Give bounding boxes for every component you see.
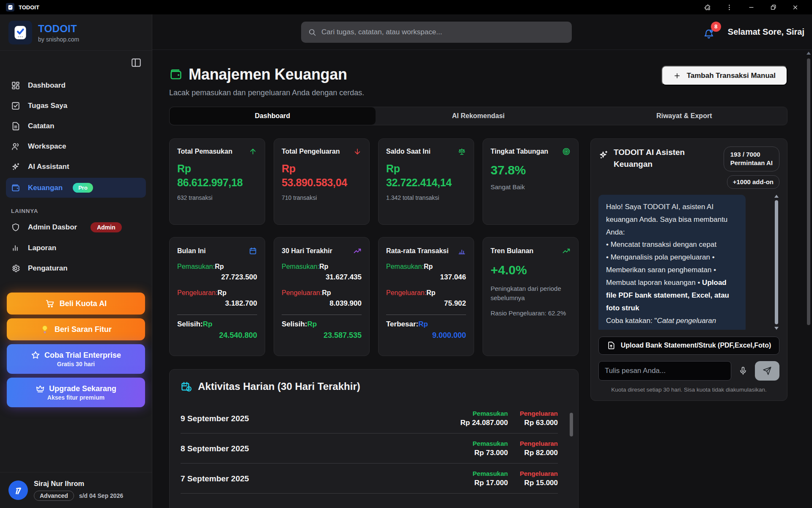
brand-logo-icon: [8, 21, 32, 44]
income-value: 27.723.500: [177, 273, 257, 282]
restore-button[interactable]: [762, 0, 784, 14]
ai-chat-area[interactable]: Halo! Saya TODOIT AI, asisten AI keuanga…: [598, 195, 779, 330]
expense-value: 75.902: [386, 299, 466, 308]
trend-description: Peningkatan dari periode sebelumnya: [491, 284, 571, 303]
users-icon: [11, 142, 20, 151]
sidebar-item-admin-dasbor[interactable]: Admin Dasbor Admin: [0, 217, 152, 238]
sidebar-section-label: LAINNYA: [11, 208, 141, 214]
trending-up-icon: [353, 247, 362, 255]
trending-up-icon: [562, 247, 571, 255]
calendar-clock-icon: [181, 381, 192, 392]
upload-statement-button[interactable]: Upload Bank Statement/Struk (PDF,Excel,F…: [598, 337, 779, 355]
activity-row[interactable]: 7 September 2025 Pemasukan Rp 17.000 Pen…: [181, 464, 558, 494]
upgrade-button[interactable]: Upgrade Sekarang Akses fitur premium: [7, 378, 145, 407]
stat-card-total-pengeluaran: Total Pengeluaran Rp 53.890.583,04 710 t…: [274, 138, 370, 225]
page-title: Manajemen Keuangan: [189, 66, 347, 83]
total-label: Terbesar:: [386, 320, 418, 328]
page-scrollbar[interactable]: [807, 52, 811, 505]
trial-enterprise-button[interactable]: Coba Trial Enterprise Gratis 30 hari: [7, 344, 145, 374]
user-profile[interactable]: Siraj Nur Ihrom Advanced s/d 04 Sep 2026: [0, 472, 152, 508]
extensions-icon[interactable]: [696, 0, 718, 14]
gear-icon: [11, 264, 20, 273]
sidebar-item-label: Workspace: [28, 142, 66, 151]
notifications-bell-icon[interactable]: 8: [703, 25, 718, 39]
greeting-text: Selamat Sore, Siraj: [728, 27, 804, 37]
search-input[interactable]: [321, 28, 565, 36]
income-value: 137.046: [386, 273, 466, 282]
plan-valid-until: s/d 04 Sep 2026: [79, 492, 123, 499]
sidebar-item-ai-assistant[interactable]: AI Assistant: [0, 157, 152, 177]
sidebar-collapse-icon[interactable]: [130, 57, 143, 69]
microphone-icon: [738, 366, 748, 375]
income-label: Pemasukan:: [386, 263, 424, 270]
mic-button[interactable]: [735, 363, 751, 378]
file-upload-icon: [607, 341, 615, 350]
avatar: [8, 480, 28, 500]
sidebar-item-workspace[interactable]: Workspace: [0, 136, 152, 157]
page-content: Manajemen Keuangan Lacak pemasukan dan p…: [152, 50, 812, 508]
window-title: TODOIT: [19, 4, 39, 11]
send-button[interactable]: [755, 361, 779, 381]
period-title: 30 Hari Terakhir: [282, 247, 332, 255]
stat-title: Saldo Saat Ini: [386, 148, 431, 155]
activity-date: 8 September 2025: [181, 444, 249, 453]
search-icon: [308, 28, 316, 36]
sidebar-item-catatan[interactable]: Catatan: [0, 116, 152, 136]
trend-ratio: Rasio Pengeluaran: 62.2%: [491, 309, 571, 318]
chat-scrollbar[interactable]: [774, 195, 779, 330]
stat-title: Total Pengeluaran: [282, 148, 340, 155]
send-icon: [763, 366, 772, 375]
trend-title: Tren Bulanan: [491, 247, 533, 255]
brand: TODOIT by snishop.com: [0, 14, 152, 51]
plus-icon: [673, 72, 681, 80]
arrow-up-icon: [249, 147, 257, 156]
stat-subtext: 710 transaksi: [282, 194, 362, 201]
sidebar-item-pengaturan[interactable]: Pengaturan: [0, 258, 152, 279]
buy-ai-quota-button[interactable]: Beli Kuota AI: [7, 293, 145, 315]
income-label: Pemasukan: [473, 470, 508, 477]
scale-icon: [458, 147, 466, 156]
dashboard-grid-icon: [11, 81, 20, 90]
suggest-feature-button[interactable]: Beri Saran Fitur: [7, 318, 145, 340]
note-document-icon: [11, 121, 20, 131]
sparkles-icon: [598, 150, 609, 160]
tab-riwayat-export[interactable]: Riwayat & Export: [581, 107, 787, 125]
ai-message-input[interactable]: [598, 361, 731, 381]
tab-ai-rekomendasi[interactable]: AI Rekomendasi: [376, 107, 582, 125]
app-icon: [6, 3, 14, 11]
ai-assistant-panel: TODOIT AI Asisten Keuangan 193 / 7000 Pe…: [590, 138, 787, 401]
sidebar-item-label: Pengaturan: [28, 264, 68, 273]
browser-menu-icon[interactable]: [718, 0, 740, 14]
add-transaction-button[interactable]: Tambah Transaksi Manual: [661, 66, 787, 86]
ai-quota-badge: 193 / 7000 Permintaan AI: [724, 146, 779, 171]
add-transaction-label: Tambah Transaksi Manual: [687, 72, 776, 80]
task-check-icon: [11, 101, 20, 110]
close-button[interactable]: [784, 0, 806, 14]
global-search[interactable]: [301, 22, 572, 43]
activity-list[interactable]: 9 September 2025 Pemasukan Rp 24.087.000…: [170, 403, 578, 494]
activity-scrollbar[interactable]: [570, 413, 573, 436]
sidebar-item-tugas-saya[interactable]: Tugas Saya: [0, 96, 152, 116]
activity-row[interactable]: 9 September 2025 Pemasukan Rp 24.087.000…: [181, 403, 558, 433]
minimize-button[interactable]: [740, 0, 762, 14]
stat-title: Total Pemasukan: [177, 148, 232, 155]
stat-card-total-pemasukan: Total Pemasukan Rp 86.612.997,18 632 tra…: [169, 138, 265, 225]
sidebar-item-laporan[interactable]: Laporan: [0, 238, 152, 258]
period-title: Bulan Ini: [177, 247, 206, 255]
tab-dashboard[interactable]: Dashboard: [170, 107, 376, 125]
activity-row[interactable]: 8 September 2025 Pemasukan Rp 73.000 Pen…: [181, 433, 558, 464]
main-header: 8 Selamat Sore, Siraj: [152, 14, 812, 50]
upgrade-title: Upgrade Sekarang: [49, 384, 116, 393]
view-tabs: Dashboard AI Rekomendasi Riwayat & Expor…: [169, 107, 787, 125]
target-icon: [562, 147, 571, 156]
sidebar-item-keuangan[interactable]: Keuangan Pro: [6, 178, 146, 198]
total-value: 24.540.800: [177, 331, 257, 340]
main-area: 8 Selamat Sore, Siraj Manajemen Keuangan…: [152, 14, 812, 508]
trend-value: +4.0%: [491, 263, 571, 277]
expense-label: Pengeluaran:: [386, 289, 426, 296]
expense-value: Rp 82.000: [520, 449, 558, 457]
plan-badge: Advanced: [34, 491, 74, 501]
stat-subtext: 1.342 total transaksi: [386, 194, 466, 201]
sidebar-item-dashboard[interactable]: Dashboard: [0, 75, 152, 96]
stat-value: Rp 32.722.414,14: [386, 162, 466, 190]
